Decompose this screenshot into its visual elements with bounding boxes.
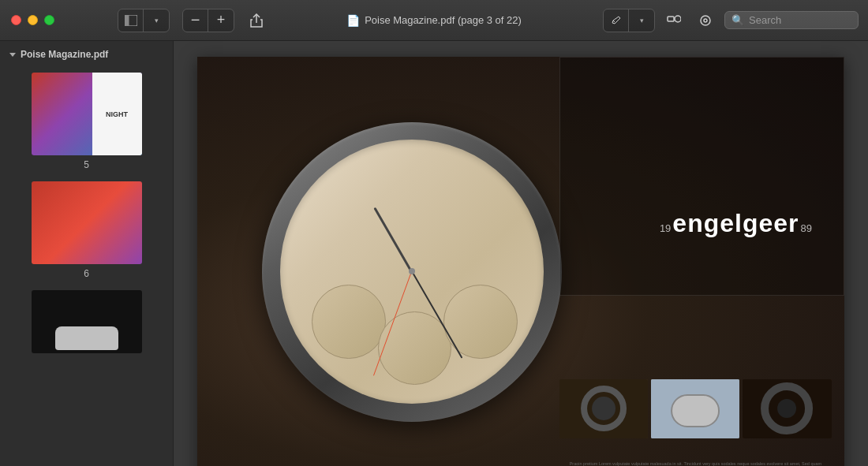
- collapse-icon: [9, 53, 16, 57]
- svg-point-7: [704, 19, 707, 22]
- brand-name: engelgeer: [672, 209, 799, 238]
- strip-image-2: [651, 379, 739, 438]
- brand-number-right: 89: [801, 222, 812, 234]
- titlebar: ▾ − + 📄 Poise Magazine.pdf (page 3 of 22…: [0, 0, 868, 41]
- pdf-icon: 📄: [346, 14, 360, 27]
- body-text: Praoin pretium Lorem vulputate vulputate…: [559, 461, 831, 466]
- thumbnail-item-7[interactable]: [0, 284, 173, 353]
- svg-rect-4: [668, 17, 674, 21]
- close-button[interactable]: [11, 15, 21, 25]
- strip-image-3: [743, 379, 831, 438]
- sidebar-dropdown-button[interactable]: ▾: [144, 9, 169, 32]
- zoom-group: − +: [182, 9, 234, 32]
- watch-background: 19 engelgeer 89: [197, 57, 844, 466]
- thumbnail-item-6[interactable]: 6: [0, 175, 173, 284]
- watch-outer-ring: [262, 122, 562, 422]
- sidebar-toggle-button[interactable]: [118, 9, 144, 32]
- thumb-label-6: 6: [84, 268, 89, 279]
- right-panel: [559, 57, 844, 296]
- thumb-label-5: 5: [84, 159, 89, 170]
- svg-point-5: [675, 16, 681, 22]
- annotate-dropdown-button[interactable]: ▾: [629, 9, 654, 32]
- main-area: Poise Magazine.pdf NIGHT 5 6: [0, 41, 868, 466]
- window-title: Poise Magazine.pdf (page 3 of 22): [365, 14, 522, 26]
- share-button[interactable]: [244, 9, 269, 32]
- title-center: 📄 Poise Magazine.pdf (page 3 of 22): [346, 14, 522, 27]
- thumbnail-item-5[interactable]: NIGHT 5: [0, 66, 173, 175]
- thumbnail-frame-7: [32, 290, 142, 353]
- sidebar[interactable]: Poise Magazine.pdf NIGHT 5 6: [0, 41, 174, 466]
- content-area[interactable]: 19 engelgeer 89: [174, 41, 868, 466]
- sidebar-filename: Poise Magazine.pdf: [21, 49, 108, 60]
- minimize-button[interactable]: [28, 15, 38, 25]
- maximize-button[interactable]: [44, 15, 54, 25]
- zoom-out-button[interactable]: −: [183, 9, 208, 32]
- shapes-button[interactable]: [661, 9, 687, 32]
- thumbnail-frame-6: [32, 181, 142, 264]
- bottom-text-area: Praoin pretium Lorem vulputate vulputate…: [559, 461, 831, 466]
- toolbar-right: ▾ 🔍: [603, 9, 868, 32]
- thumb-text-5: NIGHT: [92, 73, 142, 155]
- sidebar-header: Poise Magazine.pdf: [0, 41, 173, 66]
- thumb-image-6: [32, 181, 142, 264]
- svg-line-3: [613, 21, 615, 22]
- watch-inner-face: [280, 140, 544, 403]
- bottom-strip: [559, 379, 831, 438]
- search-icon: 🔍: [731, 14, 744, 26]
- annotate-button[interactable]: [604, 9, 629, 32]
- toolbar-left: ▾ − +: [118, 9, 269, 32]
- sidebar-toggle-group: ▾: [118, 9, 170, 32]
- svg-rect-12: [672, 395, 719, 427]
- thumb-car-shape: [55, 326, 118, 350]
- svg-point-10: [592, 397, 615, 420]
- hour-hand: [374, 207, 413, 273]
- thumb-image-5: NIGHT: [32, 73, 142, 155]
- annotate-group: ▾: [603, 9, 655, 32]
- svg-point-15: [778, 399, 797, 418]
- svg-point-6: [701, 16, 710, 25]
- search-input[interactable]: [749, 14, 844, 26]
- brand-overlay: 19 engelgeer 89: [660, 209, 812, 238]
- window-controls: [0, 15, 54, 25]
- zoom-in-button[interactable]: +: [208, 9, 234, 32]
- thumbnail-frame-5: NIGHT: [32, 73, 142, 155]
- subdial-left: [312, 285, 386, 359]
- search-box[interactable]: 🔍: [724, 11, 859, 29]
- sign-button[interactable]: [693, 9, 718, 32]
- pdf-page: 19 engelgeer 89: [197, 57, 844, 466]
- thumb-image-7: [32, 290, 142, 353]
- brand-number-left: 19: [660, 222, 671, 234]
- strip-image-1: [559, 379, 648, 438]
- watch-face-container: [262, 122, 562, 422]
